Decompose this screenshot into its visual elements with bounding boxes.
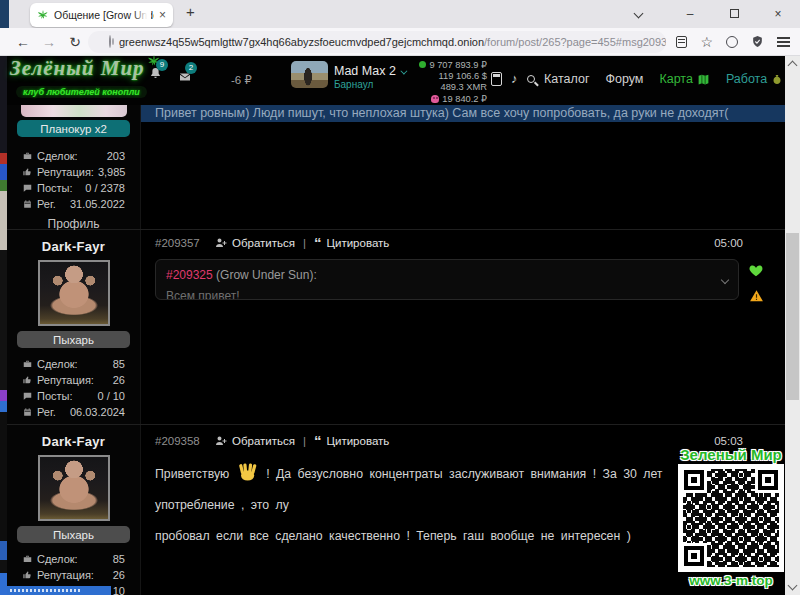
reload-button[interactable]: ↻ bbox=[62, 34, 88, 50]
browser-tab[interactable]: Общение [Grow Under Sun] - З × bbox=[30, 3, 173, 27]
stat-posts: Посты:0 / 10 bbox=[22, 390, 125, 402]
separator: | bbox=[303, 237, 306, 249]
vulcan-salute-emoji bbox=[238, 463, 258, 481]
balance-rub-row: 9 707 893.9 ₽ bbox=[419, 59, 487, 70]
url-bar[interactable]: greenwsz4q55w5qmlgttw7gx4hq66abyzsfoeucm… bbox=[88, 31, 666, 53]
briefcase-icon bbox=[22, 151, 33, 161]
bookmark-star-icon[interactable]: ☆ bbox=[700, 34, 713, 50]
reply-button[interactable]: Обратиться bbox=[215, 435, 295, 447]
active-balance-icon bbox=[419, 61, 426, 68]
nav-map[interactable]: Карта bbox=[659, 72, 709, 86]
back-button[interactable]: ← bbox=[10, 34, 36, 50]
balance-frozen-row: 19 840.2 ₽ bbox=[431, 93, 487, 104]
music-icon[interactable]: ♪ bbox=[511, 71, 518, 86]
selected-text-line: Привет ровным) Люди пишут, что неплохая … bbox=[141, 105, 785, 122]
report-warning-icon[interactable] bbox=[749, 289, 764, 303]
onion-site-icon[interactable] bbox=[109, 35, 111, 48]
user-city: Барнаул bbox=[334, 79, 373, 90]
user-name-menu[interactable]: Mad Max 2 bbox=[334, 64, 405, 78]
maximize-icon bbox=[730, 9, 739, 18]
menu-hamburger-icon[interactable] bbox=[777, 41, 790, 43]
close-button[interactable]: × bbox=[756, 7, 800, 21]
shield-icon[interactable] bbox=[726, 36, 738, 48]
quoted-message[interactable]: #209325 (Grow Under Sun): Всем привет! bbox=[155, 259, 739, 300]
header-tool-icons: ♪ bbox=[491, 71, 535, 86]
moneybag-icon bbox=[771, 73, 783, 86]
quote-button[interactable]: “Цитировать bbox=[314, 237, 389, 249]
balance-usd-row: 119 106.6 $ bbox=[439, 71, 487, 81]
tab-list-chevron-icon[interactable] bbox=[634, 9, 644, 19]
user-avatar[interactable] bbox=[291, 61, 328, 88]
user-name[interactable]: Dark-Fayr bbox=[7, 434, 140, 449]
stat-label: Сделок: bbox=[37, 150, 78, 162]
comment-icon bbox=[22, 391, 33, 401]
post-text-part2: ! Да безусловно концентраты заслуживают … bbox=[155, 467, 663, 512]
user-rank-badge: Пыхарь bbox=[17, 526, 130, 543]
site-logo[interactable]: Зелёный Мир клуб любителей конопли bbox=[10, 56, 147, 99]
nav-work-label: Работа bbox=[726, 72, 767, 86]
stat-value: 26 bbox=[113, 374, 125, 386]
scrollbar-up-arrow[interactable] bbox=[788, 61, 798, 71]
balance-xmr: 489.3 XMR bbox=[440, 82, 487, 92]
reply-button[interactable]: Обратиться bbox=[215, 237, 295, 249]
shield-check-icon[interactable] bbox=[751, 35, 764, 48]
window-controls: – × bbox=[668, 0, 800, 28]
page-content: Зелёный Мир клуб любителей конопли 9 2 -… bbox=[7, 56, 785, 595]
stat-reputation: Репутация:26 bbox=[22, 374, 125, 386]
post-text-part1: Приветствую bbox=[155, 467, 229, 481]
briefcase-icon bbox=[22, 359, 33, 369]
scrollbar-thumb[interactable] bbox=[786, 233, 799, 400]
search-icon[interactable] bbox=[527, 75, 535, 83]
site-header: Зелёный Мир клуб любителей конопли 9 2 -… bbox=[7, 56, 785, 105]
nav-forum[interactable]: Форум bbox=[605, 72, 643, 86]
nav-work[interactable]: Работа bbox=[726, 72, 783, 86]
calendar-icon bbox=[22, 199, 33, 209]
map-icon bbox=[697, 73, 710, 86]
forward-button[interactable]: → bbox=[36, 34, 62, 50]
reader-mode-icon[interactable] bbox=[676, 36, 687, 48]
browser-toolbar: ← → ↻ greenwsz4q55w5qmlgttw7gx4hq66abyzs… bbox=[0, 28, 800, 56]
quote-text: Всем привет! bbox=[166, 289, 712, 300]
url-domain: greenwsz4q55w5qmlgttw7gx4hq66abyzsfoeucm… bbox=[119, 36, 484, 48]
toolbar-right-icons: ☆ bbox=[676, 34, 790, 50]
calculator-icon[interactable] bbox=[491, 72, 502, 86]
maximize-button[interactable] bbox=[712, 7, 756, 21]
quote-ref-link[interactable]: #209325 bbox=[166, 268, 213, 282]
nav-catalog[interactable]: Каталог bbox=[544, 72, 589, 86]
messages-button[interactable]: 2 bbox=[177, 69, 193, 87]
stat-label: Рег. bbox=[37, 198, 56, 210]
minimize-button[interactable]: – bbox=[668, 7, 712, 21]
stat-label: Посты: bbox=[37, 390, 73, 402]
stat-label: Рег. bbox=[37, 406, 56, 418]
skull-icon bbox=[431, 95, 439, 103]
stat-value: 31.05.2022 bbox=[70, 198, 125, 210]
user-name[interactable]: Dark-Fayr bbox=[7, 239, 140, 254]
post-text: Приветствую ! Да безусловно bbox=[155, 459, 725, 552]
qr-code bbox=[678, 464, 784, 572]
user-rank-badge: Пыхарь bbox=[17, 331, 130, 348]
stat-value: 3,985 bbox=[98, 166, 126, 178]
like-heart-icon[interactable] bbox=[748, 263, 764, 278]
notifications-button[interactable]: 9 bbox=[148, 66, 163, 85]
thumbs-up-icon bbox=[22, 167, 33, 177]
stat-deals: Сделок:85 bbox=[22, 358, 125, 370]
avatar[interactable] bbox=[38, 260, 110, 326]
quote-button[interactable]: “Цитировать bbox=[314, 435, 389, 447]
user-stats: Сделок:85 Репутация:26 Посты:0 / 10 Рег.… bbox=[7, 358, 140, 418]
stat-value: 0 / 2378 bbox=[85, 182, 125, 194]
left-edge-strip bbox=[0, 56, 7, 595]
forum-page: Зелёный Мир клуб любителей конопли 9 2 -… bbox=[0, 56, 800, 595]
avatar[interactable] bbox=[38, 455, 110, 521]
stat-reputation: Репутация:26 bbox=[22, 569, 125, 581]
quote-expand-chevron-icon[interactable] bbox=[721, 276, 729, 284]
post-text-line2: пробовал если все сделано качественно ! … bbox=[155, 529, 631, 543]
avatar[interactable] bbox=[21, 105, 127, 117]
wallet-balances[interactable]: 9 707 893.9 ₽ 119 106.6 $ 489.3 XMR 19 8… bbox=[411, 59, 487, 104]
new-tab-button[interactable]: + bbox=[186, 3, 195, 20]
post3-user-sidebar: Dark-Fayr Пыхарь Сделок:85 Репутация:26 … bbox=[7, 425, 140, 595]
tab-close-icon[interactable]: × bbox=[159, 10, 166, 20]
stat-label: Репутация: bbox=[37, 569, 94, 581]
profile-link[interactable]: Профиль bbox=[7, 217, 140, 231]
balance-frozen: 19 840.2 ₽ bbox=[442, 93, 487, 104]
post-list: Планокур х2 Сделок:203 Репутация:3,985 П… bbox=[7, 105, 785, 595]
